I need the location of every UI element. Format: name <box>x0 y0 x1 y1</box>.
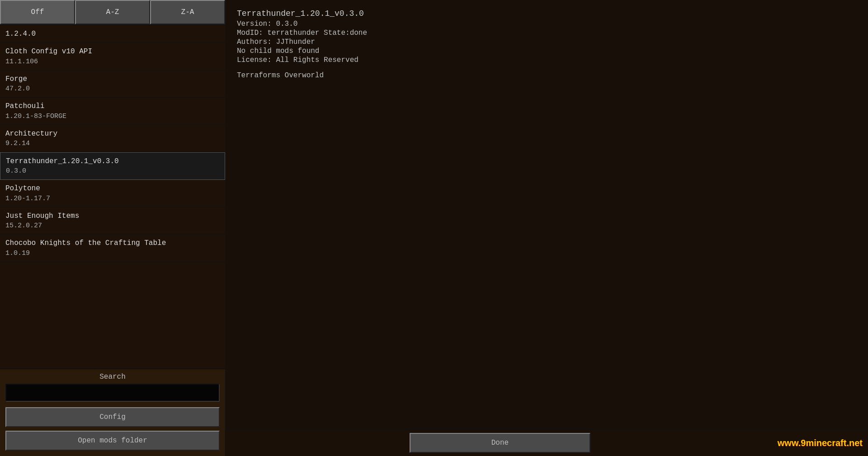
mod-detail-description: Terraforms Overworld <box>237 71 857 80</box>
search-section: Search <box>0 368 225 404</box>
sort-az-button[interactable]: A-Z <box>75 0 150 24</box>
mod-detail-authors: Authors: JJThunder <box>237 38 857 46</box>
list-item[interactable]: Forge 47.2.0 <box>0 71 225 98</box>
mod-detail-version: Version: 0.3.0 <box>237 20 857 28</box>
sort-buttons: Off A-Z Z-A <box>0 0 225 25</box>
list-item[interactable]: Chocobo Knights of the Crafting Table 1.… <box>0 235 225 262</box>
bottom-bar: Done www.9minecraft.net <box>226 429 868 456</box>
sort-za-button[interactable]: Z-A <box>150 0 225 24</box>
watermark: www.9minecraft.net <box>769 438 863 448</box>
left-panel: Off A-Z Z-A 1.2.4.0 Cloth Config v10 API… <box>0 0 226 456</box>
config-button[interactable]: Config <box>5 407 220 427</box>
mod-detail-modid: ModID: terrathunder State:done <box>237 29 857 37</box>
mod-detail-title: Terrathunder_1.20.1_v0.3.0 <box>237 9 857 18</box>
list-item[interactable]: Patchouli 1.20.1-83-FORGE <box>0 98 225 125</box>
list-item[interactable]: 1.2.4.0 <box>0 25 225 43</box>
sort-off-button[interactable]: Off <box>0 0 75 24</box>
search-input[interactable] <box>5 384 220 402</box>
list-item[interactable]: Polytone 1.20-1.17.7 <box>0 180 225 207</box>
mod-list: 1.2.4.0 Cloth Config v10 API 11.1.106 Fo… <box>0 25 225 368</box>
list-item-selected[interactable]: Terrathunder_1.20.1_v0.3.0 0.3.0 <box>0 152 225 180</box>
open-mods-folder-button[interactable]: Open mods folder <box>5 431 220 451</box>
done-button[interactable]: Done <box>410 433 590 453</box>
search-label: Search <box>5 373 220 381</box>
mod-detail-license: License: All Rights Reserved <box>237 56 857 64</box>
mod-details: Terrathunder_1.20.1_v0.3.0 Version: 0.3.… <box>226 0 868 429</box>
mod-detail-child-mods: No child mods found <box>237 47 857 55</box>
list-item[interactable]: Just Enough Items 15.2.0.27 <box>0 207 225 235</box>
right-panel: Terrathunder_1.20.1_v0.3.0 Version: 0.3.… <box>226 0 868 456</box>
list-item[interactable]: Cloth Config v10 API 11.1.106 <box>0 43 225 70</box>
list-item[interactable]: Architectury 9.2.14 <box>0 125 225 152</box>
